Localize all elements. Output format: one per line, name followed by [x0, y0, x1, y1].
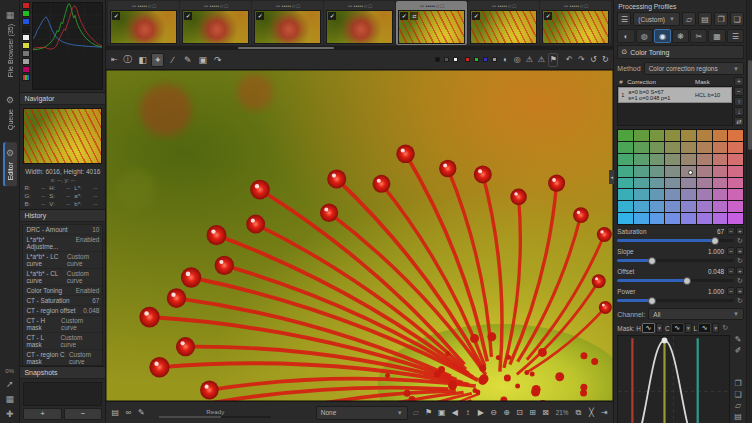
- histogram-channel-toggle[interactable]: [22, 10, 30, 17]
- thumbnail-image[interactable]: ✓ ⇄: [398, 10, 465, 44]
- color-grid-cell[interactable]: [634, 178, 649, 189]
- mask-l-curve-toggle[interactable]: ∿: [698, 323, 711, 333]
- trash-icon[interactable]: □: [584, 3, 587, 9]
- color-grid-cell[interactable]: [665, 178, 680, 189]
- thumbnail-image[interactable]: ✓: [326, 10, 393, 44]
- info-icon[interactable]: ⓘ: [121, 53, 134, 67]
- color-label-icon[interactable]: ○: [292, 3, 295, 9]
- trash-icon[interactable]: □: [368, 3, 371, 9]
- color-grid-cell[interactable]: [634, 201, 649, 212]
- rank-stars[interactable]: •••••: [281, 3, 291, 9]
- color-grid-cell[interactable]: [650, 201, 665, 212]
- tab-exposure-icon[interactable]: ◐: [617, 29, 634, 43]
- slider-thumb[interactable]: [648, 297, 656, 305]
- snapshots-list[interactable]: [23, 382, 102, 406]
- filmstrip-thumbnail[interactable]: ∾ ••••• ○ □ ✓: [468, 1, 539, 45]
- slider-thumb[interactable]: [711, 237, 719, 245]
- color-grid-cell[interactable]: [728, 130, 743, 141]
- mask-h-curve-toggle[interactable]: ∿: [642, 323, 655, 333]
- color-grid-cell[interactable]: [728, 142, 743, 153]
- color-grid-cell[interactable]: [681, 189, 696, 200]
- zoom-100-icon[interactable]: ⊡: [515, 406, 525, 420]
- rank-stars[interactable]: •••••: [353, 3, 363, 9]
- link-icon[interactable]: ∾: [492, 3, 497, 9]
- tab-metadata-icon[interactable]: ☰: [727, 29, 744, 43]
- redo-icon[interactable]: ↷: [576, 53, 586, 67]
- link-icon[interactable]: ∾: [132, 3, 137, 9]
- color-grid-cell[interactable]: [665, 166, 680, 177]
- color-grid-cell[interactable]: [618, 213, 633, 224]
- zoom-in-icon[interactable]: ⊕: [502, 406, 512, 420]
- color-grid-cell[interactable]: [713, 189, 728, 200]
- previous-image-icon[interactable]: ◀: [450, 406, 460, 420]
- tab-detail-icon[interactable]: ◍: [636, 29, 653, 43]
- color-grid-cell[interactable]: [618, 130, 633, 141]
- color-grid-cell[interactable]: [728, 189, 743, 200]
- rank-stars[interactable]: •••••: [497, 3, 507, 9]
- color-grid-cell[interactable]: [713, 213, 728, 224]
- slider-reset-icon[interactable]: ↻: [736, 257, 744, 265]
- image-canvas[interactable]: [106, 70, 613, 401]
- channel-dropdown[interactable]: All ▼: [648, 308, 744, 320]
- history-row[interactable]: DRC - Amount 10: [23, 225, 102, 235]
- history-row[interactable]: CT - Saturation 67: [23, 296, 102, 306]
- soft-proof-flag-icon[interactable]: ⚑: [424, 406, 434, 420]
- panel-collapse-handle[interactable]: ◂: [609, 170, 614, 184]
- profile-list-icon[interactable]: ☰: [617, 12, 631, 26]
- save-image-icon[interactable]: ▤: [110, 406, 120, 420]
- grid-icon[interactable]: ▦: [5, 394, 14, 404]
- add-region-button[interactable]: +: [734, 77, 744, 86]
- color-grid-cell[interactable]: [713, 178, 728, 189]
- rotate-left-icon[interactable]: ↺: [588, 53, 598, 67]
- paste-curve-icon[interactable]: ❏: [734, 390, 741, 399]
- color-grid-cell[interactable]: [650, 213, 665, 224]
- history-row[interactable]: CT - region offset 0.048: [23, 306, 102, 316]
- color-grid-cell[interactable]: [634, 142, 649, 153]
- mask-l-dropdown[interactable]: ▼: [712, 323, 719, 333]
- folder-icon[interactable]: ▱: [411, 406, 421, 420]
- thumbnail-image[interactable]: ✓: [542, 10, 609, 44]
- region-row[interactable]: 1 a=0 b=0 S=67 s=1 o=0.048 p=1 HCL b=10: [618, 87, 732, 103]
- color-grid-cell[interactable]: [728, 166, 743, 177]
- filmstrip-thumbnail[interactable]: ∾ ••••• ○ □ ✓: [108, 1, 179, 45]
- color-grid-cell[interactable]: [618, 166, 633, 177]
- snapshots-header[interactable]: Snapshots: [20, 366, 105, 379]
- edit-pixel-icon[interactable]: ✐: [735, 346, 742, 355]
- color-label-icon[interactable]: ○: [508, 3, 511, 9]
- tab-color-icon[interactable]: ◉: [654, 29, 671, 43]
- slider-increment-button[interactable]: +: [736, 287, 744, 295]
- zoom-fit-crop-icon[interactable]: ⊠: [541, 406, 551, 420]
- remove-region-button[interactable]: −: [734, 87, 744, 96]
- color-grid-cell[interactable]: [665, 213, 680, 224]
- soft-proofing-icon[interactable]: ◐: [500, 53, 510, 67]
- color-grid-cell[interactable]: [634, 130, 649, 141]
- color-grid-cell[interactable]: [634, 166, 649, 177]
- right-panel-scrollbar-thumb[interactable]: [748, 60, 752, 150]
- link-icon[interactable]: ∾: [564, 3, 569, 9]
- color-grid-cell[interactable]: [618, 178, 633, 189]
- histogram-channel-toggle[interactable]: [22, 26, 30, 33]
- histogram-channel-toggle[interactable]: [22, 66, 30, 73]
- move-region-down-button[interactable]: ↓: [734, 107, 744, 116]
- duplicate-region-button[interactable]: ⇄: [734, 117, 744, 126]
- color-grid-cell[interactable]: [618, 189, 633, 200]
- tab-editor[interactable]: Editor ⚙: [3, 142, 17, 186]
- fullscreen-icon[interactable]: ╳: [586, 406, 596, 420]
- histogram-channel-toggle[interactable]: [22, 2, 30, 9]
- color-grid-cell[interactable]: [665, 142, 680, 153]
- rank-stars[interactable]: •••••: [209, 3, 219, 9]
- slider-decrement-button[interactable]: −: [727, 247, 735, 255]
- trash-icon[interactable]: □: [440, 3, 443, 9]
- color-grid-cell[interactable]: [618, 154, 633, 165]
- color-grid-cell[interactable]: [697, 166, 712, 177]
- color-grid-cell[interactable]: [713, 166, 728, 177]
- filmstrip-thumbnail[interactable]: ∾ ••••• ○ □ ✓: [324, 1, 395, 45]
- histogram-channel-toggle[interactable]: [22, 34, 30, 41]
- histogram[interactable]: [32, 2, 103, 90]
- slider-track[interactable]: [617, 279, 734, 282]
- filmstrip-thumbnail[interactable]: ∾ ••••• ○ □ ✓ ⇄: [396, 1, 467, 45]
- navigator-header[interactable]: Navigator: [20, 92, 105, 105]
- filmstrip-thumbnail[interactable]: ∾ ••••• ○ □ ✓: [540, 1, 611, 45]
- color-label-icon[interactable]: ○: [364, 3, 367, 9]
- slider-track[interactable]: [617, 239, 734, 242]
